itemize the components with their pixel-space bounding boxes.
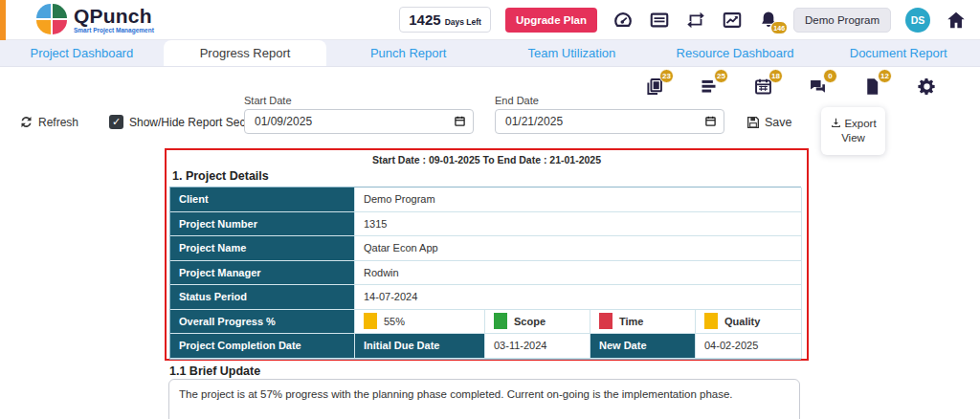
end-date-input[interactable]	[495, 109, 724, 134]
refresh-button[interactable]: Refresh	[19, 115, 78, 129]
project-details-table: ClientDemo ProgramProject Number1315Proj…	[169, 187, 801, 360]
left-accent-strip	[0, 0, 6, 40]
progress-cell: Time	[590, 310, 696, 335]
document-count-badge: 12	[878, 69, 892, 83]
end-date-label: End Date	[495, 95, 724, 106]
tab-document-report[interactable]: Document Report	[816, 40, 980, 66]
end-date-field: End Date	[495, 95, 724, 134]
detail-value: Rodwin	[355, 261, 802, 286]
progress-cell: Scope	[485, 310, 590, 335]
export-label: Export View	[841, 118, 876, 143]
progress-cell: 55%	[355, 310, 485, 335]
progress-cell-label: Time	[619, 316, 643, 327]
export-view-button[interactable]: Export View	[821, 107, 885, 155]
dashboard-gauge-icon[interactable]	[612, 9, 634, 31]
initial-due-date-value: 03-11-2024	[485, 334, 590, 359]
download-icon	[830, 117, 842, 129]
detail-value: 1315	[355, 212, 802, 237]
detail-value: Demo Program	[355, 187, 802, 212]
report-section: Start Date : 09-01-2025 To End Date : 21…	[165, 148, 809, 361]
progress-cell: Quality	[696, 310, 802, 335]
detail-label: Project Manager	[170, 261, 355, 286]
initial-due-date-label: Initial Due Date	[355, 334, 485, 359]
detail-value: Qatar Econ App	[355, 236, 802, 261]
start-date-label: Start Date	[244, 95, 474, 106]
detail-label: Client	[170, 187, 355, 212]
board-pages-icon[interactable]: 23	[642, 76, 665, 97]
save-floppy-icon	[746, 115, 761, 130]
completion-label: Project Completion Date	[170, 334, 355, 359]
task-count-badge: 25	[714, 69, 728, 83]
program-selector-button[interactable]: Demo Program	[793, 8, 891, 33]
tab-progress-report[interactable]: Progress Report	[164, 40, 327, 66]
detail-value: 14-07-2024	[355, 285, 802, 310]
project-details-title: 1. Project Details	[172, 169, 807, 183]
save-label: Save	[765, 116, 792, 129]
detail-label: Status Period	[170, 285, 355, 310]
app-window: QPunch Smart Project Management 1425 Day…	[0, 0, 980, 419]
start-date-input[interactable]	[244, 109, 474, 134]
brief-update-title: 1.1 Brief Update	[169, 364, 260, 378]
new-date-label: New Date	[590, 334, 696, 359]
chat-icon[interactable]: 0	[806, 76, 829, 97]
tab-team-utilization[interactable]: Team Utilization	[490, 40, 654, 66]
qpunch-logo-icon	[36, 4, 68, 35]
user-avatar[interactable]: DS	[905, 8, 930, 33]
document-icon[interactable]: 12	[860, 76, 883, 97]
list-card-icon[interactable]	[648, 9, 670, 31]
save-button[interactable]: Save	[746, 115, 792, 130]
upgrade-plan-button[interactable]: Upgrade Plan	[505, 8, 597, 33]
progress-label: Overall Progress %	[170, 310, 355, 335]
progress-cell-label: Quality	[724, 316, 760, 327]
app-logo: QPunch Smart Project Management	[36, 4, 154, 35]
new-date-value: 04-02-2025	[696, 334, 802, 359]
report-toolbar: 23 25 18 0 12	[642, 76, 938, 97]
color-swatch	[599, 313, 612, 329]
notification-count-badge: 146	[770, 21, 788, 34]
days-left-indicator: 1425 Days Left	[399, 7, 491, 33]
start-date-field: Start Date	[244, 95, 474, 134]
detail-label: Project Number	[170, 212, 355, 237]
board-count-badge: 23	[659, 69, 674, 83]
report-date-range: Start Date : 09-01-2025 To End Date : 21…	[167, 154, 807, 165]
task-bars-icon[interactable]: 25	[697, 76, 720, 97]
calendar-icon[interactable]: 18	[751, 76, 774, 97]
color-swatch	[704, 313, 718, 329]
logo-title: QPunch	[74, 7, 154, 26]
tab-punch-report[interactable]: Punch Report	[326, 40, 490, 66]
settings-gear-icon[interactable]	[915, 76, 938, 97]
color-swatch	[494, 313, 507, 329]
report-tabs: Project DashboardProgress ReportPunch Re…	[0, 40, 980, 67]
home-icon[interactable]	[945, 9, 967, 31]
calendar-count-badge: 18	[768, 69, 783, 83]
top-bar: QPunch Smart Project Management 1425 Day…	[0, 0, 980, 40]
tab-project-dashboard[interactable]: Project Dashboard	[0, 40, 164, 66]
detail-label: Project Name	[170, 236, 355, 261]
progress-cell-label: Scope	[514, 316, 546, 327]
trend-chart-icon[interactable]	[721, 9, 743, 31]
notifications-bell-icon[interactable]: 146	[757, 9, 779, 31]
checkbox-checked[interactable]: ✓	[109, 115, 123, 129]
progress-cell-label: 55%	[384, 316, 405, 327]
refresh-label: Refresh	[38, 116, 78, 129]
days-left-label: Days Left	[445, 17, 481, 27]
logo-subtitle: Smart Project Management	[74, 27, 154, 33]
brief-update-textarea[interactable]: The project is at 57% progress with the …	[168, 379, 800, 419]
days-left-value: 1425	[409, 11, 440, 28]
repeat-sync-icon[interactable]	[684, 9, 706, 31]
refresh-icon	[19, 115, 33, 129]
tab-resource-dashboard[interactable]: Resource Dashboard	[654, 40, 817, 66]
chat-count-badge: 0	[823, 69, 837, 83]
color-swatch	[364, 313, 377, 329]
